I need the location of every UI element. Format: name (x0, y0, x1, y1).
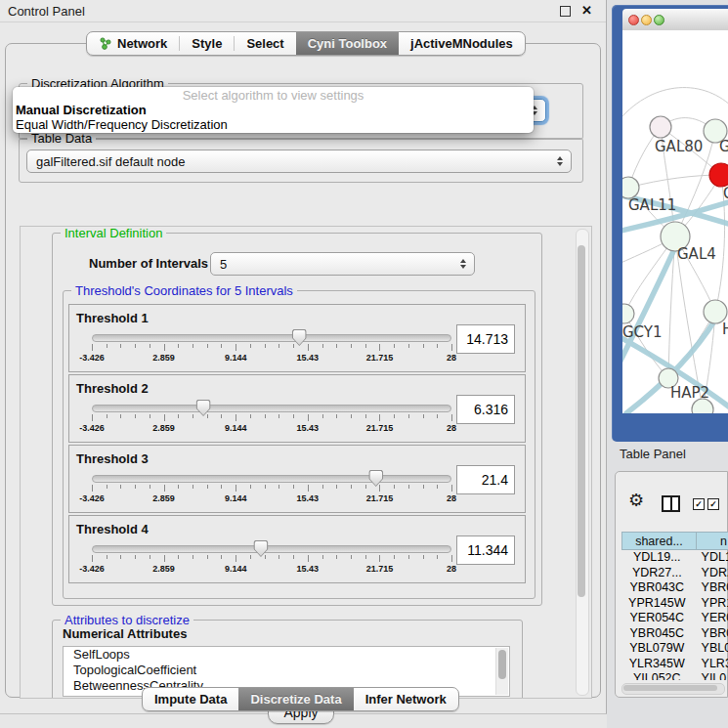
tab-impute-data[interactable]: Impute Data (143, 688, 238, 710)
cell-name[interactable]: YLR3 (693, 657, 728, 672)
threshold-value-field[interactable]: 6.316 (456, 395, 515, 424)
slider-track[interactable] (92, 545, 451, 553)
table-row[interactable]: YBL079WYBL0 (621, 641, 728, 657)
network-window-titlebar[interactable] (622, 9, 728, 31)
table-row[interactable]: YBR045CYBR0 (621, 626, 728, 642)
cell-name[interactable]: YBL0 (693, 641, 728, 657)
popup-option-equal-width[interactable]: Equal Width/Frequency Discretization (13, 117, 534, 132)
cell-shared-name[interactable]: YDR27... (621, 566, 693, 581)
cell-shared-name[interactable]: YPR145W (621, 596, 693, 612)
attribute-list-item[interactable]: SelfLoops (64, 647, 509, 663)
close-icon[interactable]: ✕ (581, 2, 592, 20)
float-window-icon[interactable] (560, 6, 571, 17)
slider-tick-label: 21.715 (366, 353, 394, 363)
screen: Control Panel ✕ Network Style (0, 0, 728, 728)
table-settings-gear-icon[interactable]: ⚙ (628, 492, 644, 509)
threshold-slider[interactable]: -3.4262.8599.14415.4321.71528 (92, 331, 451, 366)
attributes-group-title: Attributes to discretize (61, 613, 193, 627)
slider-track[interactable] (92, 405, 451, 412)
table-row[interactable]: YER054CYER0 (621, 611, 728, 626)
network-view-window[interactable]: GAL80 G GAL11 C GAL4 GCY1 H HAP2 (612, 5, 728, 442)
tab-discretize-data[interactable]: Discretize Data (238, 688, 353, 710)
cell-shared-name[interactable]: YIL052C (621, 671, 693, 680)
table-row[interactable]: YIL052CYIL0 (621, 671, 728, 680)
scrollbar-thumb[interactable] (623, 685, 717, 691)
threshold-value-field[interactable]: 14.713 (456, 324, 515, 354)
close-traffic-light-icon[interactable] (628, 15, 639, 25)
cell-name[interactable]: YBR0 (693, 626, 728, 642)
settings-scroll-area: Interval Definition Number of Intervals … (20, 226, 592, 699)
minimize-traffic-light-icon[interactable] (641, 15, 652, 25)
control-panel-titlebar[interactable]: Control Panel ✕ (0, 0, 606, 22)
table-row[interactable]: YBR043CYBR0 (621, 580, 728, 596)
table-row[interactable]: YLR345WYLR3 (621, 657, 728, 672)
table-data-combobox[interactable]: galFiltered.sif default node (26, 150, 572, 173)
slider-track[interactable] (92, 334, 451, 342)
cell-name[interactable]: YDL1 (693, 550, 728, 566)
cell-name[interactable]: YPR1 (693, 596, 728, 612)
slider-tick-labels: -3.4262.8599.14415.4321.71528 (92, 564, 451, 575)
threshold-label: Threshold 1 (76, 311, 149, 325)
tab-jactivemnodules[interactable]: jActiveMNodules (399, 32, 525, 55)
table-row[interactable]: YDL19...YDL1 (621, 550, 728, 566)
slider-tick-label: 15.43 (297, 423, 320, 433)
node-label-partial-right: H (722, 321, 728, 338)
combo-arrows-icon (460, 259, 466, 269)
table-horizontal-scrollbar[interactable] (621, 683, 725, 695)
checkbox-icon[interactable]: ✓ (707, 498, 719, 510)
popup-option-manual-discretization[interactable]: Manual Discretization (13, 103, 534, 117)
network-canvas[interactable]: GAL80 G GAL11 C GAL4 GCY1 H HAP2 (622, 30, 728, 413)
attributes-list-scrollbar[interactable] (495, 648, 508, 695)
slider-tick-label: 2.859 (152, 493, 175, 503)
table-row[interactable]: YPR145WYPR1 (621, 596, 728, 612)
threshold-slider[interactable]: -3.4262.8599.14415.4321.71528 (92, 472, 451, 507)
cell-shared-name[interactable]: YER054C (621, 611, 693, 626)
split-columns-icon[interactable] (662, 495, 680, 512)
tab-infer-network[interactable]: Infer Network (354, 688, 458, 710)
node-label-partial-mid-right: C (723, 185, 728, 202)
table-body[interactable]: YDL19...YDL1YDR27...YDR2YBR043CYBR0YPR14… (621, 550, 728, 680)
table-data-group-title: Table Data (27, 131, 96, 146)
cell-shared-name[interactable]: YBR043C (621, 580, 693, 596)
cell-name[interactable]: YIL0 (693, 671, 728, 680)
slider-tick-labels: -3.4262.8599.14415.4321.71528 (92, 423, 451, 434)
scrollbar-thumb[interactable] (578, 245, 585, 597)
threshold-value-field[interactable]: 21.4 (456, 465, 515, 494)
slider-tick-label: 9.144 (225, 493, 247, 503)
slider-tick-label: 2.859 (152, 564, 175, 574)
tab-select[interactable]: Select (235, 32, 295, 55)
cell-shared-name[interactable]: YLR345W (621, 657, 693, 672)
tab-discretize-data-label: Discretize Data (250, 692, 341, 707)
cell-name[interactable]: YDR2 (693, 566, 728, 581)
cell-name[interactable]: YER0 (693, 611, 728, 626)
slider-track[interactable] (92, 475, 451, 483)
slider-tick-label: 9.144 (225, 353, 247, 363)
column-header-name[interactable]: n (697, 532, 728, 550)
threshold-value-field[interactable]: 11.344 (456, 535, 515, 565)
column-header-shared-name[interactable]: shared... (621, 532, 697, 550)
slider-tick-label: 28 (447, 493, 456, 503)
checkbox-icon[interactable]: ✓ (693, 498, 705, 510)
tab-cyni-toolbox[interactable]: Cyni Toolbox (296, 32, 399, 55)
tab-style-label: Style (192, 36, 222, 51)
table-header-row: shared... n (621, 532, 728, 550)
cell-shared-name[interactable]: YBR045C (621, 626, 693, 642)
table-data-group: Table Data galFiltered.sif default node (19, 138, 583, 183)
cell-name[interactable]: YBR0 (693, 580, 728, 596)
attribute-list-item[interactable]: TopologicalCoefficient (64, 663, 509, 678)
slider-tick-label: 28 (447, 564, 456, 574)
tab-style[interactable]: Style (180, 32, 234, 55)
cell-shared-name[interactable]: YDL19... (621, 550, 693, 566)
scrollbar-thumb[interactable] (498, 650, 506, 679)
tab-network[interactable]: Network (87, 32, 179, 55)
table-row[interactable]: YDR27...YDR2 (621, 566, 728, 581)
zoom-traffic-light-icon[interactable] (654, 15, 664, 25)
cell-shared-name[interactable]: YBL079W (621, 641, 693, 657)
number-of-intervals-combobox[interactable]: 5 (210, 252, 475, 276)
right-pane: GAL80 G GAL11 C GAL4 GCY1 H HAP2 Table P… (607, 0, 728, 728)
slider-thumb-face (197, 401, 210, 415)
panel-scrollbar[interactable] (576, 229, 589, 696)
threshold-slider[interactable]: -3.4262.8599.14415.4321.71528 (92, 542, 451, 578)
threshold-slider[interactable]: -3.4262.8599.14415.4321.71528 (92, 402, 451, 437)
slider-tick-label: 21.715 (366, 423, 394, 433)
